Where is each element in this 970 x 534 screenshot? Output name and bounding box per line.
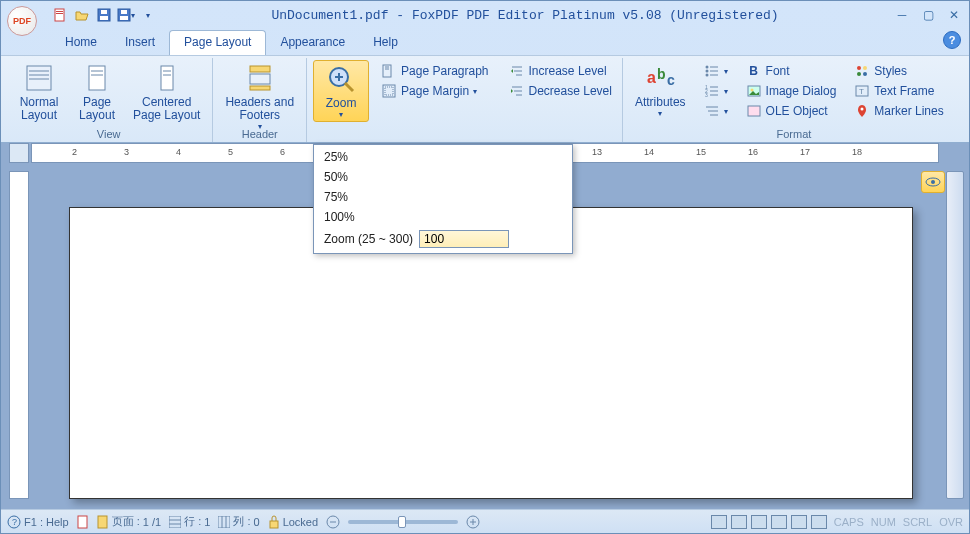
ole-icon [746, 103, 762, 119]
zoom-custom-row: Zoom (25 ~ 300) [314, 227, 572, 251]
zoom-button[interactable]: Zoom ▾ [313, 60, 369, 122]
multilevel-list-icon [704, 103, 720, 119]
chevron-down-icon: ▾ [339, 110, 343, 119]
status-help[interactable]: ?F1 : Help [7, 515, 69, 529]
svg-rect-13 [89, 66, 105, 90]
bullet-list-button[interactable]: ▾ [700, 62, 732, 80]
menubar: Home Insert Page Layout Appearance Help … [1, 29, 969, 55]
group-label-zoom [313, 128, 369, 142]
zoom-slider-thumb[interactable] [398, 516, 406, 528]
styles-icon [854, 63, 870, 79]
zoom-custom-input[interactable] [419, 230, 509, 248]
status-row: 行 :1 [169, 514, 210, 529]
caps-indicator: CAPS [834, 516, 864, 528]
normal-layout-button[interactable]: Normal Layout [11, 60, 67, 124]
decrease-level-button[interactable]: Decrease Level [505, 82, 616, 100]
status-doc-icon[interactable] [77, 515, 89, 529]
svg-point-32 [705, 66, 708, 69]
menu-appearance[interactable]: Appearance [266, 31, 359, 55]
new-doc-icon[interactable] [51, 6, 69, 24]
zoom-75-item[interactable]: 75% [314, 187, 572, 207]
zoom-icon [325, 63, 357, 95]
svg-text:a: a [647, 69, 656, 86]
scrollbar-vertical[interactable] [946, 171, 964, 499]
svg-point-53 [863, 72, 867, 76]
page-layout-button[interactable]: Page Layout [69, 60, 125, 124]
font-button[interactable]: BFont [742, 62, 841, 80]
numbered-list-icon: 123 [704, 83, 720, 99]
group-label-header: Header [219, 128, 300, 142]
group-label-view: View [11, 128, 206, 142]
marker-lines-button[interactable]: Marker Lines [850, 102, 947, 120]
group-label-format: Format [629, 128, 959, 142]
titlebar: PDF ▾ ▾ UnDocument1.pdf - FoxPDF PDF Edi… [1, 1, 969, 29]
ribbon-group-paragraph: Page Paragraph Page Margin▾ Increase Lev… [371, 58, 623, 142]
svg-rect-66 [218, 516, 230, 528]
view-toggle-button[interactable] [921, 171, 945, 193]
chevron-down-icon: ▾ [658, 109, 662, 118]
zoom-in-button[interactable] [466, 515, 480, 529]
attributes-button[interactable]: abc Attributes ▾ [629, 60, 692, 120]
ruler-vertical[interactable] [9, 171, 29, 499]
headers-footers-button[interactable]: Headers and Footers ▾ [219, 60, 300, 133]
page-margin-button[interactable]: Page Margin▾ [377, 82, 492, 100]
svg-rect-49 [748, 106, 760, 116]
zoom-out-button[interactable] [326, 515, 340, 529]
menu-page-layout[interactable]: Page Layout [169, 30, 266, 55]
group-label-paragraph [377, 128, 616, 142]
save-icon[interactable] [95, 6, 113, 24]
menu-help[interactable]: Help [359, 31, 412, 55]
close-button[interactable]: ✕ [945, 7, 963, 23]
view-mode-2-button[interactable] [731, 515, 747, 529]
status-col: 列 :0 [218, 514, 259, 529]
view-mode-4-button[interactable] [771, 515, 787, 529]
svg-rect-2 [56, 13, 63, 14]
image-dialog-button[interactable]: Image Dialog [742, 82, 841, 100]
app-window: PDF ▾ ▾ UnDocument1.pdf - FoxPDF PDF Edi… [0, 0, 970, 534]
increase-level-button[interactable]: Increase Level [505, 62, 616, 80]
view-mode-5-button[interactable] [791, 515, 807, 529]
help-icon[interactable]: ? [943, 31, 961, 49]
ole-object-button[interactable]: OLE Object [742, 102, 841, 120]
svg-rect-62 [98, 516, 107, 528]
zoom-25-item[interactable]: 25% [314, 147, 572, 167]
save-as-icon[interactable]: ▾ [117, 6, 135, 24]
menu-insert[interactable]: Insert [111, 31, 169, 55]
zoom-slider[interactable] [348, 520, 458, 524]
centered-page-layout-button[interactable]: Centered Page Layout [127, 60, 206, 124]
normal-layout-icon [23, 62, 55, 94]
zoom-50-item[interactable]: 50% [314, 167, 572, 187]
window-title: UnDocument1.pdf - FoxPDF PDF Editor Plat… [157, 8, 893, 23]
attributes-icon: abc [644, 62, 676, 94]
minimize-button[interactable]: ─ [893, 7, 911, 23]
svg-point-50 [857, 66, 861, 70]
svg-point-34 [705, 70, 708, 73]
status-locked[interactable]: Locked [268, 515, 318, 529]
multilevel-list-button[interactable]: ▾ [700, 102, 732, 120]
eye-icon [925, 176, 941, 188]
centered-page-layout-icon [151, 62, 183, 94]
bullet-list-icon [704, 63, 720, 79]
num-indicator: NUM [871, 516, 896, 528]
view-mode-3-button[interactable] [751, 515, 767, 529]
svg-rect-8 [121, 10, 127, 14]
menu-home[interactable]: Home [51, 31, 111, 55]
numbered-list-button[interactable]: 123▾ [700, 82, 732, 100]
qat-more-icon[interactable]: ▾ [139, 6, 157, 24]
svg-rect-1 [56, 11, 63, 12]
text-frame-button[interactable]: TText Frame [850, 82, 947, 100]
maximize-button[interactable]: ▢ [919, 7, 937, 23]
view-mode-1-button[interactable] [711, 515, 727, 529]
ruler-corner [9, 143, 29, 163]
col-icon [218, 516, 230, 528]
open-icon[interactable] [73, 6, 91, 24]
svg-rect-5 [101, 10, 107, 14]
svg-rect-16 [161, 66, 173, 90]
view-mode-6-button[interactable] [811, 515, 827, 529]
svg-rect-4 [100, 16, 108, 20]
svg-line-23 [345, 83, 353, 91]
lock-icon [268, 515, 280, 529]
page-paragraph-button[interactable]: Page Paragraph [377, 62, 492, 80]
zoom-100-item[interactable]: 100% [314, 207, 572, 227]
styles-button[interactable]: Styles [850, 62, 947, 80]
